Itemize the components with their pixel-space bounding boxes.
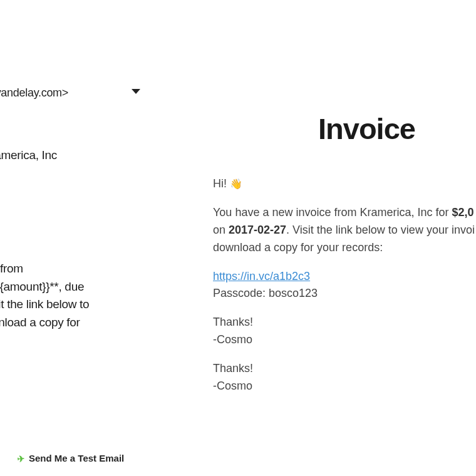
compose-pane: :@vandelay.com> om Kramerica, Inc nvoice…	[0, 0, 175, 476]
paper-plane-icon: ✈	[17, 453, 25, 463]
preview-signoff-1: Thanks! -Cosmo	[213, 314, 476, 349]
passcode-text: Passcode: bosco123	[213, 287, 318, 299]
preview-link-block: https://in.vc/a1b2c3 Passcode: bosco123	[213, 268, 476, 303]
send-test-email-button[interactable]: ✈ Send Me a Test Email	[18, 453, 124, 463]
preview-greeting: Hi! 👋	[213, 175, 476, 193]
preview-title: Invoice	[318, 111, 415, 146]
subject-line[interactable]: om Kramerica, Inc	[0, 148, 57, 162]
from-email[interactable]: :@vandelay.com>	[0, 86, 68, 100]
invoice-link[interactable]: https://in.vc/a1b2c3	[213, 270, 310, 282]
send-test-email-label: Send Me a Test Email	[29, 453, 124, 463]
preview-body-paragraph: You have a new invoice from Kramerica, I…	[213, 204, 476, 257]
template-body-text[interactable]: nvoice from } for **{{amount}}**, due }*…	[0, 260, 89, 331]
preview-signoff-2: Thanks! -Cosmo	[213, 360, 476, 395]
chevron-down-icon[interactable]	[132, 89, 140, 94]
wave-emoji-icon: 👋	[230, 177, 242, 192]
preview-pane: Hi! 👋 You have a new invoice from Kramer…	[213, 175, 476, 406]
